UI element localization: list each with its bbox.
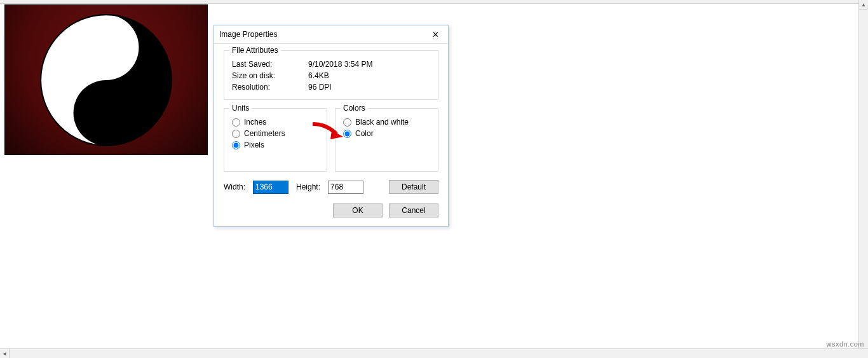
file-attributes-group: File Attributes Last Saved: 9/10/2018 3:… [224,50,438,100]
units-label: Units [229,104,252,113]
resolution-label: Resolution: [232,83,308,92]
width-input[interactable] [253,181,288,194]
units-centimeters[interactable]: Centimeters [232,129,319,138]
file-attributes-label: File Attributes [229,46,281,55]
units-inches-label: Inches [244,118,266,127]
scroll-left-icon[interactable]: ◄ [0,349,10,358]
units-pixels-label: Pixels [244,141,264,149]
units-inches-radio[interactable] [232,118,240,127]
watermark: wsxdn.com [826,340,864,348]
attr-resolution: Resolution: 96 DPI [232,83,430,92]
colors-color[interactable]: Color [343,129,430,138]
size-on-disk-value: 6.4KB [308,71,329,80]
ok-button[interactable]: OK [333,203,383,217]
yinyang-symbol [39,13,173,147]
colors-group: Colors Black and white Color [335,108,438,172]
scroll-up-icon[interactable]: ▲ [859,0,868,10]
attr-size-on-disk: Size on disk: 6.4KB [232,71,430,80]
dialog-titlebar[interactable]: Image Properties ✕ [214,25,448,44]
dialog-button-row: OK Cancel [224,203,438,217]
attr-last-saved: Last Saved: 9/10/2018 3:54 PM [232,60,430,69]
svg-point-2 [97,103,115,121]
app-toolbar-strip [0,0,858,4]
dialog-title: Image Properties [219,30,277,39]
units-centimeters-label: Centimeters [244,129,285,138]
dimensions-row: Width: Height: Default [224,180,438,194]
colors-bw-label: Black and white [355,118,409,127]
last-saved-label: Last Saved: [232,60,308,69]
horizontal-scrollbar[interactable]: ◄ [0,348,868,358]
dialog-body: File Attributes Last Saved: 9/10/2018 3:… [214,44,448,226]
default-button[interactable]: Default [389,180,438,194]
units-inches[interactable]: Inches [232,118,319,127]
close-icon[interactable]: ✕ [428,29,443,39]
image-properties-dialog: Image Properties ✕ File Attributes Last … [214,25,449,227]
colors-bw-radio[interactable] [343,118,351,127]
last-saved-value: 9/10/2018 3:54 PM [308,60,372,69]
units-pixels-radio[interactable] [232,141,240,149]
vertical-scrollbar[interactable]: ▲ [858,0,868,348]
cancel-button[interactable]: Cancel [389,203,438,217]
svg-point-1 [97,38,115,56]
colors-color-label: Color [355,129,374,138]
canvas-image[interactable] [4,4,208,155]
height-label: Height: [296,182,320,191]
size-on-disk-label: Size on disk: [232,71,308,80]
height-input[interactable] [328,181,363,194]
resolution-value: 96 DPI [308,83,332,92]
width-label: Width: [224,182,245,191]
units-centimeters-radio[interactable] [232,130,240,138]
colors-bw[interactable]: Black and white [343,118,430,127]
colors-color-radio[interactable] [343,130,351,138]
units-pixels[interactable]: Pixels [232,141,319,149]
units-group: Units Inches Centimeters Pixels [224,108,327,172]
colors-label: Colors [341,104,368,113]
